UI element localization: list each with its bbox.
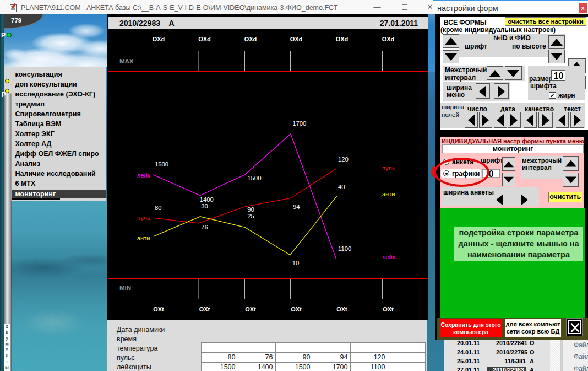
svg-text:OXt: OXt [199,306,210,313]
svg-text:OXt: OXt [383,306,394,313]
svg-text:10: 10 [292,260,300,266]
svg-text:анти: анти [137,235,150,241]
svg-text:OXt: OXt [153,306,164,313]
svg-text:1500: 1500 [247,175,261,181]
svg-text:94: 94 [293,203,300,210]
svg-text:80: 80 [155,205,162,211]
svg-text:OXd: OXd [198,36,211,42]
svg-text:OXt: OXt [291,306,302,313]
svg-text:анти: анти [382,191,395,197]
svg-text:90: 90 [247,206,254,213]
svg-text:OXd: OXd [153,36,165,42]
svg-text:пуль: пуль [137,214,150,221]
svg-text:OXd: OXd [336,36,349,42]
svg-text:1500: 1500 [155,161,168,168]
svg-text:OXd: OXd [290,36,303,42]
svg-text:40: 40 [338,184,345,190]
svg-text:лейк: лейк [382,254,395,260]
svg-text:30: 30 [201,203,208,209]
svg-text:MIN: MIN [119,284,131,291]
svg-text:пуль: пуль [382,165,395,171]
svg-text:MAX: MAX [119,58,134,64]
svg-text:1100: 1100 [338,245,351,252]
svg-text:OXt: OXt [336,306,347,313]
svg-text:OXt: OXt [245,306,256,313]
svg-text:25: 25 [247,213,254,219]
svg-text:1400: 1400 [200,196,214,203]
svg-text:76: 76 [201,224,208,230]
svg-text:1700: 1700 [292,120,306,127]
svg-text:лейк: лейк [137,172,150,179]
svg-text:120: 120 [338,156,349,163]
svg-text:OXd: OXd [244,36,257,42]
svg-text:OXd: OXd [382,36,395,42]
